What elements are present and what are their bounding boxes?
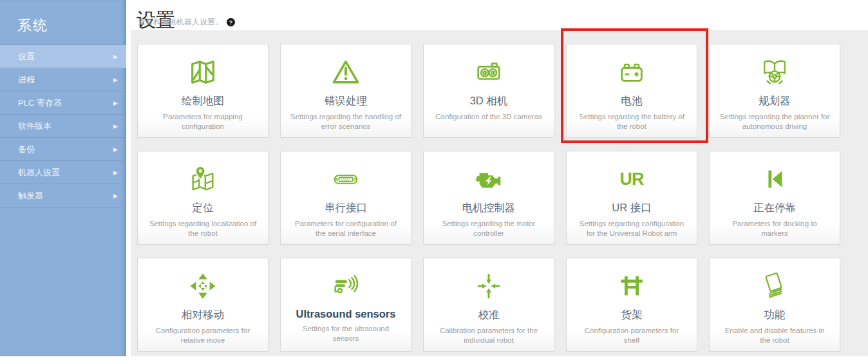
card-description: Parameters for configuration of the seri… (290, 219, 401, 238)
page-subtitle-text: 查看和编辑机器人设置。 (138, 17, 223, 28)
card-title: 定位 (138, 201, 268, 215)
sidebar-item-label: 机器人设置 (18, 167, 60, 178)
card-title: 电机控制器 (424, 201, 554, 215)
card-title: 规划器 (710, 94, 840, 108)
card-description: Settings for the ultrasound sensors (290, 324, 401, 343)
card-ur-interface[interactable]: UR UR 接口 Settings regarding configuratio… (566, 151, 697, 245)
chevron-right-icon: ▶ (113, 77, 118, 82)
steering-wheel-map-icon (710, 57, 840, 87)
engine-icon (424, 164, 554, 194)
card-title: 功能 (710, 308, 840, 322)
chevron-right-icon: ▶ (113, 53, 118, 59)
chevron-right-icon: ▶ (113, 146, 118, 152)
sidebar-title: 系统 (0, 0, 126, 45)
card-title: 电池 (567, 94, 697, 108)
sidebar-item-label: 备份 (18, 144, 35, 155)
card-serial-interface[interactable]: 串行接口 Parameters for configuration of the… (280, 151, 411, 245)
dock-marker-icon (710, 164, 840, 194)
chevron-right-icon: ▶ (113, 123, 118, 129)
stacked-sheets-icon (710, 271, 840, 301)
sidebar-item-label: 设置 (18, 51, 35, 62)
sidebar: 系统 设置 ▶ 进程 ▶ PLC 寄存器 ▶ 软件版本 ▶ 备份 ▶ 机器人设置… (0, 0, 126, 356)
chevron-right-icon: ▶ (113, 100, 118, 106)
card-title: 校准 (424, 308, 554, 322)
sidebar-item-label: 进程 (18, 74, 35, 86)
shelf-icon (567, 271, 697, 301)
card-title: 错误处理 (281, 94, 411, 108)
card-features[interactable]: 功能 Enable and disable features in the ro… (709, 258, 840, 352)
card-description: Parameters for docking to markers (719, 219, 830, 238)
card-docking[interactable]: 正在停靠 Parameters for docking to markers (709, 151, 840, 245)
location-pin-map-icon (138, 164, 268, 194)
card-motor-controller[interactable]: 电机控制器 Settings regarding the motor contr… (423, 151, 554, 245)
card-description: Configuration parameters for relative mo… (147, 326, 258, 345)
sidebar-item-settings[interactable]: 设置 ▶ (0, 45, 126, 68)
sidebar-item-software-versions[interactable]: 软件版本 ▶ (0, 115, 126, 138)
chevron-right-icon: ▶ (113, 193, 118, 198)
card-relative-move[interactable]: 相对移动 Configuration parameters for relati… (137, 258, 269, 352)
card-title: UR 接口 (567, 201, 697, 215)
sidebar-item-plc-registers[interactable]: PLC 寄存器 ▶ (0, 91, 126, 115)
card-planner[interactable]: 规划器 Settings regarding the planner for a… (709, 44, 840, 138)
chevron-right-icon: ▶ (113, 169, 118, 175)
card-description: Settings regarding the planner for auton… (719, 112, 830, 131)
sidebar-item-label: PLC 寄存器 (18, 97, 62, 109)
card-description: Settings regarding configuration for the… (576, 219, 687, 238)
sidebar-item-label: 软件版本 (18, 120, 52, 132)
move-arrows-icon (138, 271, 268, 301)
card-title: 相对移动 (138, 308, 268, 322)
page-subtitle: 查看和编辑机器人设置。 ? (138, 17, 235, 28)
sidebar-item-robot-setup[interactable]: 机器人设置 ▶ (0, 161, 126, 184)
card-description: Settings regarding localization of the r… (147, 219, 258, 238)
card-description: Settings regarding the battery of the ro… (576, 112, 687, 131)
card-title: 货架 (567, 308, 697, 322)
sidebar-menu: 设置 ▶ 进程 ▶ PLC 寄存器 ▶ 软件版本 ▶ 备份 ▶ 机器人设置 ▶ … (0, 45, 126, 207)
card-calibration[interactable]: 校准 Calibration parameters for the indivi… (423, 258, 554, 352)
sidebar-item-label: 触发器 (18, 190, 43, 202)
card-description: Configuration of the 3D cameras (433, 112, 544, 122)
card-title: Ultrasound sensors (281, 308, 411, 320)
card-title: 串行接口 (281, 201, 411, 215)
card-3d-cameras[interactable]: 3D 相机 Configuration of the 3D cameras (423, 44, 554, 138)
card-shelf[interactable]: 货架 Configuration parameters for shelf (566, 258, 697, 352)
card-description: Configuration parameters for shelf (576, 326, 687, 345)
card-description: Settings regarding the motor controller (433, 219, 544, 238)
card-title: 3D 相机 (424, 94, 554, 108)
card-description: Calibration parameters for the individua… (433, 326, 544, 345)
sidebar-item-backups[interactable]: 备份 ▶ (0, 138, 126, 161)
card-description: Parameters for mapping configuration (147, 112, 258, 131)
ultrasound-waves-icon (281, 271, 411, 301)
warning-triangle-icon (281, 57, 411, 87)
card-description: Settings regarding the handling of error… (290, 112, 401, 131)
svg-text:UR: UR (620, 169, 644, 189)
card-localization[interactable]: 定位 Settings regarding localization of th… (137, 151, 269, 245)
card-mapping[interactable]: 绘制地图 Parameters for mapping configuratio… (137, 44, 269, 138)
help-circle-icon[interactable]: ? (227, 18, 235, 26)
settings-card-grid: 绘制地图 Parameters for mapping configuratio… (137, 44, 840, 352)
sidebar-item-processes[interactable]: 进程 ▶ (0, 68, 126, 91)
ur-logo-icon: UR (567, 164, 697, 194)
card-description: Enable and disable features in the robot (719, 326, 830, 345)
card-title: 绘制地图 (138, 94, 268, 108)
battery-icon (567, 57, 697, 87)
card-title: 正在停靠 (710, 201, 840, 215)
card-battery[interactable]: 电池 Settings regarding the battery of the… (566, 44, 697, 138)
serial-port-icon (281, 164, 411, 194)
card-ultrasound-sensors[interactable]: Ultrasound sensors Settings for the ultr… (280, 258, 411, 352)
calibrate-arrows-icon (424, 271, 554, 301)
camera-icon (424, 57, 554, 87)
sidebar-item-triggers[interactable]: 触发器 ▶ (0, 184, 126, 207)
map-icon (138, 57, 268, 87)
card-error-handling[interactable]: 错误处理 Settings regarding the handling of … (280, 44, 411, 138)
